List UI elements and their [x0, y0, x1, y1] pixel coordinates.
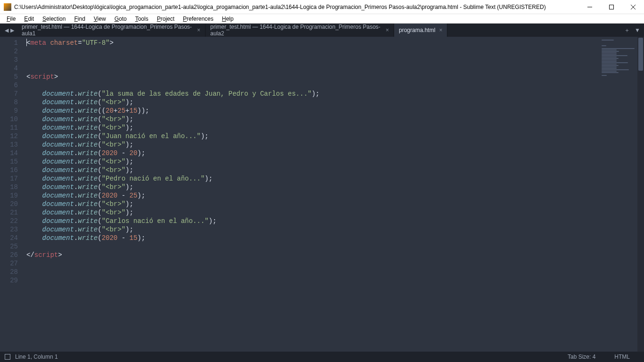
close-button[interactable]: [622, 0, 644, 14]
code-line: document.write("<br>");: [26, 123, 595, 132]
tab-prev-icon[interactable]: ◀: [5, 27, 8, 33]
code-line: [26, 276, 595, 285]
window-title: C:\Users\Administrator\Desktop\lógica\lo…: [14, 4, 579, 10]
tab-bar: ◀ ▶ primer_test.html — 1644-Logica de Pr…: [0, 24, 644, 37]
tab-menu-icon[interactable]: ▼: [635, 27, 640, 33]
status-tab-size[interactable]: Tab Size: 4: [568, 354, 595, 360]
line-number: 9: [0, 107, 18, 115]
code-line: document.write("<br>");: [26, 140, 595, 149]
line-number: 15: [0, 157, 18, 166]
code-line: document.write("<br>");: [26, 225, 595, 234]
minimap-line: [602, 78, 603, 79]
code-line: [26, 47, 595, 56]
code-line: [26, 268, 595, 276]
code-line: document.write("<br>");: [26, 115, 595, 123]
editor-area: 1234567891011121314151617181920212223242…: [0, 37, 644, 352]
scrollbar-thumb[interactable]: [638, 38, 643, 71]
tab-label: primer_test.html — 1644-Logica de Progra…: [22, 24, 193, 37]
line-number: 14: [0, 149, 18, 157]
code-line: <script>: [26, 73, 595, 81]
line-number: 26: [0, 251, 18, 259]
minimap-line: [602, 59, 617, 60]
minimap-line: [602, 66, 617, 67]
line-number: 8: [0, 98, 18, 107]
menu-selection[interactable]: Selection: [39, 15, 69, 23]
line-number: 29: [0, 276, 18, 285]
minimap-line: [602, 42, 603, 43]
minimap-line: [602, 47, 603, 48]
tab[interactable]: programa.html×: [394, 24, 447, 37]
code-line: document.write("<br>");: [26, 98, 595, 107]
minimap-line: [602, 52, 617, 53]
line-number: 3: [0, 56, 18, 64]
minimap-line: [602, 58, 619, 59]
minimap-line: [602, 65, 619, 66]
menu-preferences[interactable]: Preferences: [179, 15, 217, 23]
minimize-button[interactable]: [579, 0, 601, 14]
menu-goto[interactable]: Goto: [111, 15, 131, 23]
menu-edit[interactable]: Edit: [20, 15, 38, 23]
tab[interactable]: primer_test.html — 1644-Logica de Progra…: [206, 24, 394, 37]
line-number: 7: [0, 90, 18, 98]
menu-find[interactable]: Find: [70, 15, 89, 23]
menu-project[interactable]: Project: [153, 15, 178, 23]
new-tab-icon[interactable]: ＋: [624, 26, 630, 34]
minimap-line: [602, 79, 603, 80]
line-number: 20: [0, 200, 18, 208]
minimap-line: [602, 61, 617, 62]
minimap-line: [602, 76, 603, 77]
line-number: 25: [0, 242, 18, 251]
code-line: document.write("<br>");: [26, 183, 595, 191]
line-number: 11: [0, 123, 18, 132]
tab-next-icon[interactable]: ▶: [10, 27, 14, 33]
code-line: document.write(2020 - 15);: [26, 234, 595, 242]
code-line: [26, 242, 595, 251]
code-line: document.write("<br>");: [26, 166, 595, 174]
minimap-line: [602, 49, 617, 50]
maximize-button[interactable]: [601, 0, 622, 14]
line-number: 18: [0, 183, 18, 191]
minimap-line: [602, 62, 628, 63]
minimap[interactable]: [595, 37, 637, 352]
code-line: document.write("<br>");: [26, 157, 595, 166]
window-controls: [579, 0, 644, 14]
line-number: 1: [0, 39, 18, 47]
tab-nav: ◀ ▶: [2, 24, 17, 37]
line-number: 28: [0, 268, 18, 276]
minimap-line: [602, 54, 617, 55]
vertical-scrollbar[interactable]: [637, 37, 644, 352]
line-number: 23: [0, 225, 18, 234]
close-icon[interactable]: ×: [386, 27, 389, 33]
line-number: 22: [0, 217, 18, 225]
close-icon[interactable]: ×: [197, 27, 200, 33]
code-line: </script>: [26, 251, 595, 259]
menu-tools[interactable]: Tools: [132, 15, 152, 23]
status-panel-icon[interactable]: [5, 354, 10, 360]
code-editor[interactable]: <meta charset="UTF-8"> <script> document…: [23, 37, 595, 352]
line-number: 13: [0, 140, 18, 149]
line-number: 10: [0, 115, 18, 123]
minimap-line: [602, 74, 603, 74]
tab[interactable]: primer_test.html — 1644-Logica de Progra…: [17, 24, 206, 37]
code-line: [26, 56, 595, 64]
app-icon: [4, 3, 11, 11]
line-number: 5: [0, 73, 18, 81]
line-number: 4: [0, 64, 18, 73]
status-syntax[interactable]: HTML: [614, 354, 630, 360]
menu-help[interactable]: Help: [218, 15, 238, 23]
code-line: <meta charset="UTF-8">: [26, 39, 595, 47]
code-line: document.write("la suma de las edades de…: [26, 90, 595, 98]
menu-file[interactable]: File: [3, 15, 19, 23]
code-line: document.write("Pedro nació en el año...…: [26, 174, 595, 183]
status-cursor-position: Line 1, Column 1: [15, 354, 58, 360]
window-titlebar: C:\Users\Administrator\Desktop\lógica\lo…: [0, 0, 644, 14]
code-line: document.write((20+25+15));: [26, 107, 595, 115]
minimap-line: [602, 44, 603, 45]
tab-right-controls: ＋ ▼: [620, 24, 644, 37]
close-icon[interactable]: ×: [439, 27, 442, 33]
menu-view[interactable]: View: [90, 15, 110, 23]
minimap-line: [602, 69, 629, 70]
line-gutter: 1234567891011121314151617181920212223242…: [0, 37, 23, 352]
status-bar: Line 1, Column 1 Tab Size: 4 HTML: [0, 352, 644, 362]
line-number: 19: [0, 191, 18, 200]
